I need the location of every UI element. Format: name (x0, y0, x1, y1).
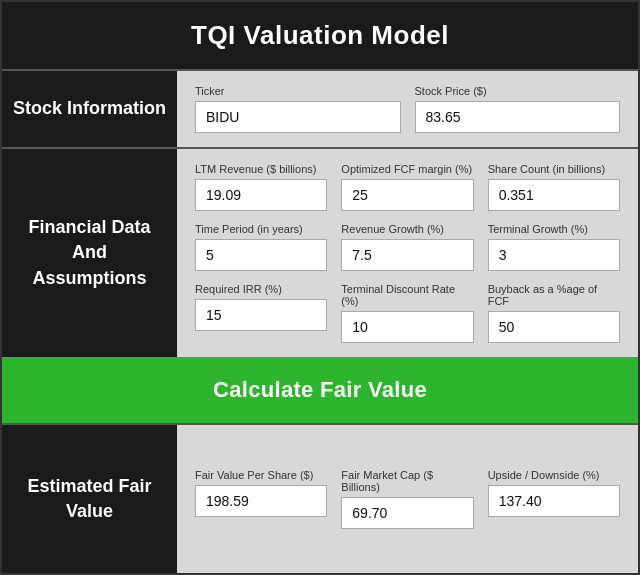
stock-price-input[interactable] (415, 101, 621, 133)
upside-downside-label: Upside / Downside (%) (488, 469, 620, 481)
ltm-revenue-group: LTM Revenue ($ billions) (195, 163, 327, 211)
fair-market-cap-input[interactable] (341, 497, 473, 529)
fair-value-per-share-label: Fair Value Per Share ($) (195, 469, 327, 481)
upside-downside-input[interactable] (488, 485, 620, 517)
results-field-row: Fair Value Per Share ($) Fair Market Cap… (195, 469, 620, 529)
fair-value-per-share-group: Fair Value Per Share ($) (195, 469, 327, 529)
required-irr-group: Required IRR (%) (195, 283, 327, 343)
stock-section-label: Stock Information (2, 71, 177, 147)
app-title: TQI Valuation Model (191, 20, 449, 50)
financial-row-2: Time Period (in years) Revenue Growth (%… (195, 223, 620, 271)
required-irr-label: Required IRR (%) (195, 283, 327, 295)
terminal-discount-label: Terminal Discount Rate (%) (341, 283, 473, 307)
financial-row-1: LTM Revenue ($ billions) Optimized FCF m… (195, 163, 620, 211)
results-section-label: Estimated Fair Value (2, 425, 177, 573)
ltm-revenue-label: LTM Revenue ($ billions) (195, 163, 327, 175)
terminal-growth-label: Terminal Growth (%) (488, 223, 620, 235)
share-count-group: Share Count (in billions) (488, 163, 620, 211)
fair-value-per-share-input[interactable] (195, 485, 327, 517)
stock-section-content: Ticker Stock Price ($) (177, 71, 638, 147)
calculate-button[interactable]: Calculate Fair Value (2, 357, 638, 423)
ticker-label: Ticker (195, 85, 401, 97)
financial-row-3: Required IRR (%) Terminal Discount Rate … (195, 283, 620, 343)
financial-section: Financial Data And Assumptions LTM Reven… (2, 147, 638, 357)
time-period-group: Time Period (in years) (195, 223, 327, 271)
required-irr-input[interactable] (195, 299, 327, 331)
stock-price-label: Stock Price ($) (415, 85, 621, 97)
time-period-input[interactable] (195, 239, 327, 271)
results-section-content: Fair Value Per Share ($) Fair Market Cap… (177, 425, 638, 573)
buyback-label: Buyback as a %age of FCF (488, 283, 620, 307)
fair-market-cap-label: Fair Market Cap ($ Billions) (341, 469, 473, 493)
financial-section-content: LTM Revenue ($ billions) Optimized FCF m… (177, 149, 638, 357)
stock-field-row: Ticker Stock Price ($) (195, 85, 620, 133)
time-period-label: Time Period (in years) (195, 223, 327, 235)
revenue-growth-input[interactable] (341, 239, 473, 271)
ticker-field-group: Ticker (195, 85, 401, 133)
revenue-growth-group: Revenue Growth (%) (341, 223, 473, 271)
buyback-group: Buyback as a %age of FCF (488, 283, 620, 343)
terminal-discount-input[interactable] (341, 311, 473, 343)
share-count-label: Share Count (in billions) (488, 163, 620, 175)
revenue-growth-label: Revenue Growth (%) (341, 223, 473, 235)
fcf-margin-label: Optimized FCF margin (%) (341, 163, 473, 175)
app-container: TQI Valuation Model Stock Information Ti… (0, 0, 640, 575)
upside-downside-group: Upside / Downside (%) (488, 469, 620, 529)
stock-section: Stock Information Ticker Stock Price ($) (2, 69, 638, 147)
results-section: Estimated Fair Value Fair Value Per Shar… (2, 423, 638, 573)
ltm-revenue-input[interactable] (195, 179, 327, 211)
fcf-margin-group: Optimized FCF margin (%) (341, 163, 473, 211)
stock-price-field-group: Stock Price ($) (415, 85, 621, 133)
buyback-input[interactable] (488, 311, 620, 343)
ticker-input[interactable] (195, 101, 401, 133)
share-count-input[interactable] (488, 179, 620, 211)
app-header: TQI Valuation Model (2, 2, 638, 69)
terminal-growth-group: Terminal Growth (%) (488, 223, 620, 271)
terminal-discount-group: Terminal Discount Rate (%) (341, 283, 473, 343)
fair-market-cap-group: Fair Market Cap ($ Billions) (341, 469, 473, 529)
fcf-margin-input[interactable] (341, 179, 473, 211)
financial-section-label: Financial Data And Assumptions (2, 149, 177, 357)
terminal-growth-input[interactable] (488, 239, 620, 271)
